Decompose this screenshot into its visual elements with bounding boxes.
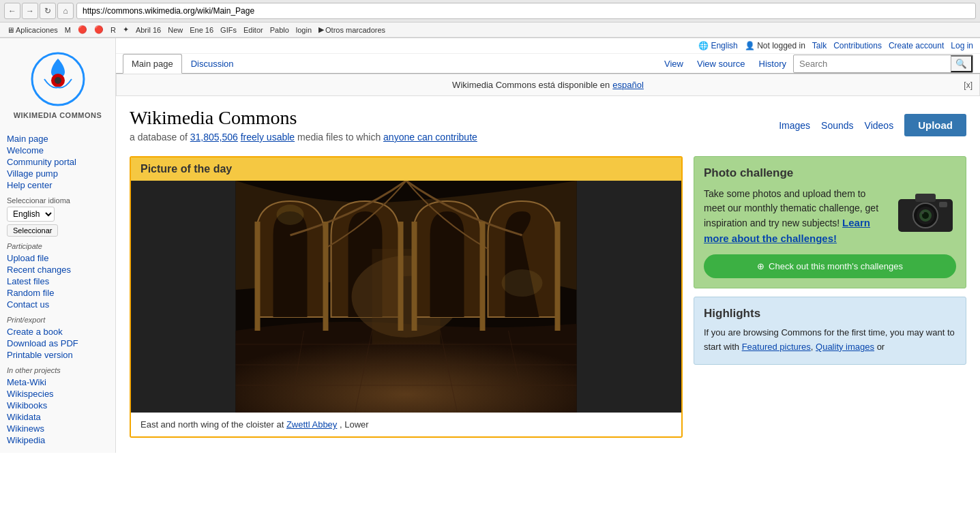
print-export-label: Print/export <box>7 316 108 324</box>
tab-discussion[interactable]: Discussion <box>182 54 243 74</box>
notice-text: Wikimedia Commons está disponible en <box>452 80 610 90</box>
check-challenges-button[interactable]: ⊕ Check out this month's challenges <box>704 254 956 278</box>
highlights-box: Highlights If you are browsing Commons f… <box>694 297 966 365</box>
bookmark-others[interactable]: ▶ Otros marcadores <box>316 24 388 35</box>
bookmark-gmail[interactable]: M <box>62 25 74 35</box>
sidebar-item-wikidata[interactable]: Wikidata <box>7 411 108 423</box>
home-button[interactable]: ⌂ <box>57 3 74 19</box>
lang-select-label: Seleccionar idioma <box>7 196 108 205</box>
potd-link[interactable]: Zwettl Abbey <box>286 419 337 430</box>
potd-header: Picture of the day <box>131 158 681 181</box>
bookmark-gifs[interactable]: GIFs <box>218 25 239 35</box>
wiki-title: Wikimedia Commons <box>130 107 477 129</box>
logo-text: WIKIMEDIA COMMONS <box>7 111 108 119</box>
svg-rect-6 <box>255 222 261 331</box>
bookmark-3[interactable]: 🔴 <box>91 24 106 35</box>
contributions-link[interactable]: Contributions <box>833 41 882 50</box>
svg-point-2 <box>55 77 61 84</box>
sidebar-item-create-book[interactable]: Create a book <box>7 326 108 338</box>
browser-chrome: ← → ↻ ⌂ 🖥 Aplicaciones M 🔴 🔴 R ✦ Abril 1… <box>0 0 980 38</box>
talk-link[interactable]: Talk <box>812 41 827 50</box>
seleccionar-button[interactable]: Seleccionar <box>7 224 58 237</box>
contribute-link[interactable]: anyone can contribute <box>383 132 477 143</box>
main-content: Wikimedia Commons a database of 31,805,5… <box>116 96 980 449</box>
sidebar-item-wikispecies[interactable]: Wikispecies <box>7 388 108 400</box>
tab-history[interactable]: History <box>752 55 793 73</box>
sidebar-item-recent-changes[interactable]: Recent changes <box>7 264 108 275</box>
tab-main-page[interactable]: Main page <box>123 54 182 74</box>
sidebar-item-main-page[interactable]: Main page <box>7 133 108 145</box>
videos-button[interactable]: Videos <box>865 120 894 131</box>
address-bar[interactable] <box>76 3 976 19</box>
highlights-text: If you are browsing Commons for the firs… <box>704 326 956 355</box>
language-dropdown[interactable]: English <box>7 207 55 222</box>
sidebar-item-welcome[interactable]: Welcome <box>7 145 108 156</box>
bookmark-pablo[interactable]: Pablo <box>267 25 292 35</box>
create-account-link[interactable]: Create account <box>889 41 944 50</box>
tab-view[interactable]: View <box>657 55 690 73</box>
sidebar-item-wikibooks[interactable]: Wikibooks <box>7 400 108 411</box>
svg-rect-7 <box>323 222 329 331</box>
sidebar-item-wikipedia[interactable]: Wikipedia <box>7 434 108 446</box>
svg-rect-11 <box>555 222 561 331</box>
bookmark-ene[interactable]: Ene 16 <box>187 25 216 35</box>
not-logged-in: 👤 Not logged in <box>745 41 805 50</box>
picture-of-the-day-box: Picture of the day <box>130 156 683 438</box>
highlights-header: Highlights <box>704 307 956 320</box>
wiki-title-area: Wikimedia Commons a database of 31,805,5… <box>130 107 477 143</box>
back-button[interactable]: ← <box>4 3 20 19</box>
sidebar-item-printable-version[interactable]: Printable version <box>7 349 108 361</box>
notice-close-button[interactable]: [x] <box>964 80 972 90</box>
browser-toolbar: ← → ↻ ⌂ <box>0 0 980 23</box>
featured-pictures-link[interactable]: Featured pictures <box>742 342 811 352</box>
bookmark-new[interactable]: New <box>165 25 185 35</box>
challenge-text: Take some photos and upload them to meet… <box>704 187 888 246</box>
notice-link[interactable]: español <box>612 80 644 90</box>
sidebar-item-random-file[interactable]: Random file <box>7 287 108 299</box>
log-in-link[interactable]: Log in <box>951 41 973 50</box>
sidebar-item-help-center[interactable]: Help center <box>7 179 108 191</box>
svg-rect-9 <box>412 222 417 331</box>
nav-buttons: ← → ↻ ⌂ <box>4 3 74 19</box>
reload-button[interactable]: ↻ <box>40 3 56 19</box>
sounds-button[interactable]: Sounds <box>821 120 853 131</box>
svg-point-12 <box>277 205 304 225</box>
notice-bar: Wikimedia Commons está disponible en esp… <box>116 74 980 96</box>
sidebar-item-contact-us[interactable]: Contact us <box>7 299 108 310</box>
sidebar-item-meta-wiki[interactable]: Meta-Wiki <box>7 376 108 388</box>
svg-rect-8 <box>398 222 404 331</box>
top-bar: 🌐 English 👤 Not logged in Talk Contribut… <box>116 38 980 54</box>
bookmark-editor[interactable]: Editor <box>241 25 266 35</box>
bookmark-aplicaciones[interactable]: 🖥 Aplicaciones <box>4 25 61 35</box>
top-bar-english[interactable]: English <box>711 41 737 50</box>
bookmark-5[interactable]: ✦ <box>120 24 132 35</box>
images-button[interactable]: Images <box>779 120 810 131</box>
sidebar-item-wikinews[interactable]: Wikinews <box>7 423 108 434</box>
page-layout: WIKIMEDIA COMMONS Main page Welcome Comm… <box>0 38 980 453</box>
sidebar-item-download-pdf[interactable]: Download as PDF <box>7 338 108 349</box>
potd-caption: East and north wing of the cloister at Z… <box>131 413 681 436</box>
tab-bar: Main page Discussion View View source Hi… <box>116 54 980 74</box>
bookmark-2[interactable]: 🔴 <box>75 24 90 35</box>
wiki-header: Wikimedia Commons a database of 31,805,5… <box>130 107 966 143</box>
freely-usable-link[interactable]: freely usable <box>241 132 295 143</box>
forward-button[interactable]: → <box>22 3 38 19</box>
search-box: 🔍 <box>793 55 973 73</box>
sidebar-item-community-portal[interactable]: Community portal <box>7 156 108 168</box>
sidebar-item-upload-file[interactable]: Upload file <box>7 252 108 264</box>
sidebar-item-village-pump[interactable]: Village pump <box>7 168 108 179</box>
count-link[interactable]: 31,805,506 <box>190 132 238 143</box>
svg-point-27 <box>921 211 924 214</box>
search-input[interactable] <box>794 57 951 71</box>
bookmark-login[interactable]: login <box>293 25 314 35</box>
bookmark-abril[interactable]: Abril 16 <box>133 25 164 35</box>
photo-challenge-box: Photo challenge Take some photos and upl… <box>694 156 966 288</box>
bookmark-4[interactable]: R <box>108 25 119 35</box>
quality-images-link[interactable]: Quality images <box>816 342 874 352</box>
search-button[interactable]: 🔍 <box>951 55 972 72</box>
sidebar-item-latest-files[interactable]: Latest files <box>7 275 108 287</box>
tab-view-source[interactable]: View source <box>690 55 752 73</box>
content-grid: Picture of the day <box>130 156 966 438</box>
content-right: Photo challenge Take some photos and upl… <box>694 156 966 438</box>
upload-button[interactable]: Upload <box>904 114 966 136</box>
